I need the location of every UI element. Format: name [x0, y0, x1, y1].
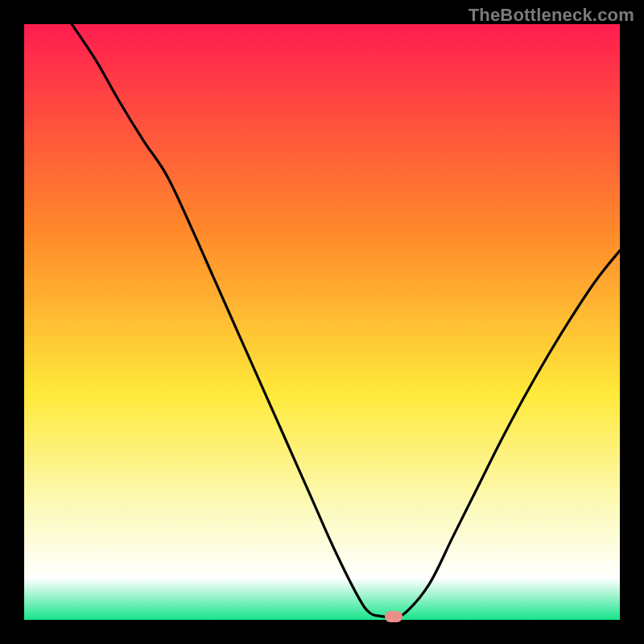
plot-area	[24, 24, 620, 620]
chart-stage: TheBottleneck.com	[0, 0, 644, 644]
optimal-marker	[385, 611, 402, 622]
watermark-text: TheBottleneck.com	[469, 5, 634, 26]
bottleneck-curve	[24, 24, 620, 620]
